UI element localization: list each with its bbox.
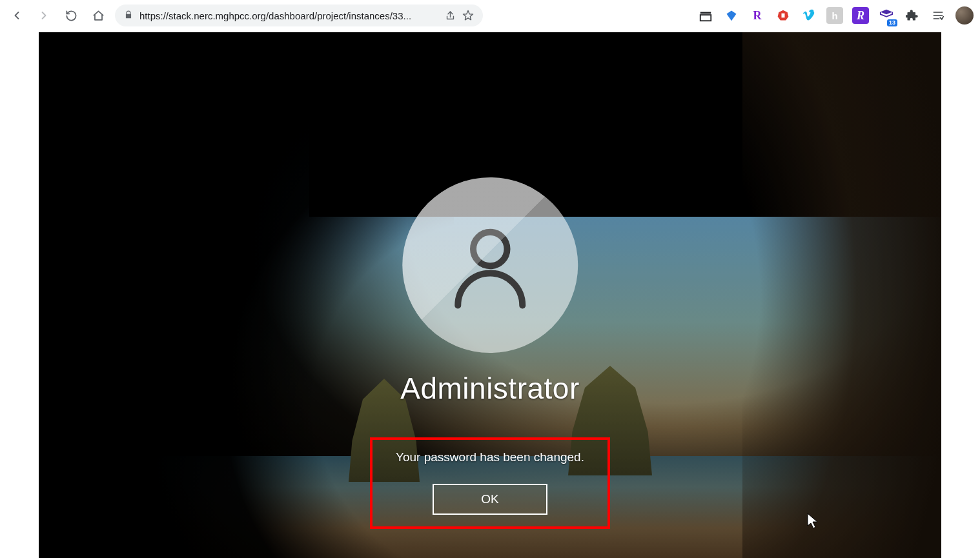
- extension-icon[interactable]: R: [852, 7, 869, 24]
- page-content: Administrator Your password has been cha…: [0, 31, 980, 558]
- extension-badge: 13: [887, 19, 897, 26]
- svg-marker-0: [464, 11, 473, 20]
- svg-rect-2: [700, 15, 711, 21]
- extension-icon[interactable]: h: [826, 7, 843, 24]
- status-message: Your password has been changed.: [396, 450, 584, 464]
- svg-rect-4: [782, 14, 785, 18]
- home-button[interactable]: [88, 5, 108, 26]
- extensions-row: R h R 13: [697, 6, 974, 25]
- extension-icon[interactable]: R: [749, 7, 766, 24]
- lock-screen-center: Administrator: [400, 177, 579, 406]
- bookmark-star-icon[interactable]: [462, 10, 474, 21]
- browser-toolbar: https://stack.nerc.mghpcc.org/dashboard/…: [0, 0, 980, 31]
- ok-button[interactable]: OK: [433, 484, 547, 515]
- profile-avatar[interactable]: [955, 6, 974, 25]
- extension-icon[interactable]: [723, 7, 740, 24]
- extension-icon[interactable]: [801, 7, 817, 24]
- user-avatar-icon: [402, 177, 578, 353]
- reload-button[interactable]: [61, 5, 81, 26]
- lock-icon: [124, 10, 133, 21]
- share-icon[interactable]: [445, 10, 456, 21]
- extensions-menu-icon[interactable]: [904, 7, 921, 24]
- svg-rect-1: [700, 12, 711, 14]
- reading-list-icon[interactable]: [930, 7, 946, 24]
- vnc-console[interactable]: Administrator Your password has been cha…: [39, 32, 941, 558]
- extension-icon[interactable]: [775, 7, 791, 24]
- back-button[interactable]: [6, 5, 27, 26]
- annotation-highlight: Your password has been changed. OK: [370, 437, 610, 529]
- url-text: https://stack.nerc.mghpcc.org/dashboard/…: [139, 10, 438, 21]
- extension-icon[interactable]: 13: [878, 7, 895, 24]
- extension-icon[interactable]: [697, 7, 714, 24]
- svg-point-8: [473, 232, 507, 266]
- address-bar[interactable]: https://stack.nerc.mghpcc.org/dashboard/…: [115, 5, 483, 26]
- forward-button[interactable]: [34, 5, 54, 26]
- username-label: Administrator: [400, 371, 579, 406]
